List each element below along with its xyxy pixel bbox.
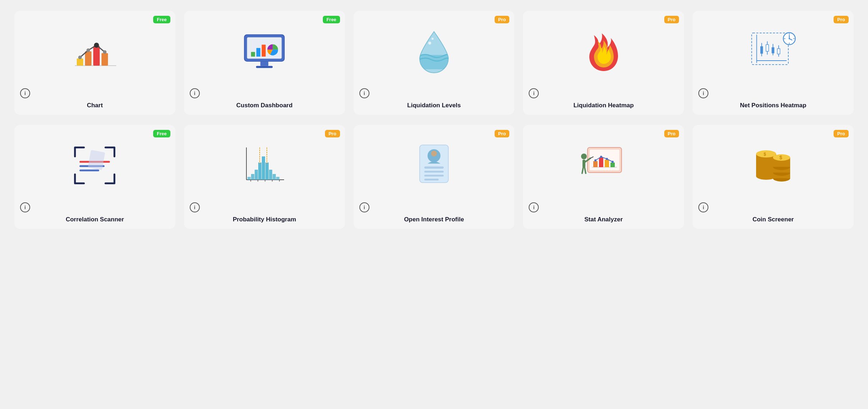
- svg-rect-52: [273, 174, 276, 180]
- badge-pro: Pro: [495, 16, 510, 23]
- svg-point-7: [94, 43, 99, 48]
- card-label: Correlation Scanner: [20, 216, 170, 223]
- svg-rect-2: [85, 51, 91, 66]
- svg-point-82: [600, 156, 602, 158]
- svg-rect-48: [258, 163, 261, 180]
- svg-rect-67: [424, 179, 439, 180]
- svg-point-6: [86, 48, 90, 52]
- icon-area-candleclock: [698, 17, 848, 85]
- svg-point-75: [581, 154, 587, 159]
- card-custom-dashboard[interactable]: Free i Custom Dashboard: [184, 11, 345, 115]
- icon-area-coins: $ $: [698, 131, 848, 199]
- svg-point-5: [78, 56, 82, 59]
- svg-point-84: [612, 161, 614, 163]
- svg-rect-14: [256, 48, 260, 57]
- badge-free: Free: [323, 16, 340, 23]
- icon-area-chart: [20, 17, 170, 85]
- svg-point-18: [428, 42, 431, 44]
- card-liquidation-levels[interactable]: Pro i Liquidation Levels: [354, 11, 515, 115]
- svg-point-83: [606, 158, 608, 160]
- card-open-interest-profile[interactable]: Pro i Open Interest Profile: [354, 125, 515, 229]
- svg-point-8: [103, 50, 107, 54]
- icon-area-histogram: [190, 131, 339, 199]
- card-label: Net Positions Heatmap: [698, 102, 848, 109]
- info-icon[interactable]: i: [359, 202, 369, 212]
- svg-point-19: [431, 38, 434, 40]
- card-label: Custom Dashboard: [190, 102, 339, 109]
- svg-rect-53: [276, 177, 279, 180]
- icon-area-drop: [359, 17, 509, 85]
- badge-pro: Pro: [325, 130, 340, 137]
- card-label: Probability Histogram: [190, 216, 339, 223]
- card-net-positions-heatmap[interactable]: Pro: [693, 11, 854, 115]
- svg-rect-3: [93, 46, 100, 66]
- svg-rect-13: [251, 52, 255, 57]
- info-icon[interactable]: i: [698, 88, 708, 98]
- icon-area-dashboard: [190, 17, 339, 85]
- info-icon[interactable]: i: [359, 88, 369, 98]
- svg-rect-28: [772, 47, 774, 53]
- card-label: Liquidation Levels: [359, 102, 509, 109]
- svg-rect-24: [760, 46, 763, 53]
- svg-rect-72: [599, 158, 603, 167]
- icon-area-analyzer: [529, 131, 678, 199]
- svg-rect-47: [255, 170, 258, 180]
- svg-rect-26: [766, 44, 768, 51]
- svg-rect-12: [256, 66, 273, 68]
- svg-rect-51: [269, 170, 272, 180]
- card-label: Stat Analyzer: [529, 216, 678, 223]
- card-label: Chart: [20, 102, 170, 109]
- svg-rect-4: [102, 53, 108, 66]
- card-coin-screener[interactable]: Pro: [693, 125, 854, 229]
- svg-text:$: $: [764, 152, 766, 157]
- svg-rect-15: [262, 44, 266, 56]
- badge-pro: Pro: [664, 16, 679, 23]
- svg-rect-20: [751, 33, 788, 65]
- badge-pro: Pro: [664, 130, 679, 137]
- svg-rect-49: [262, 156, 265, 180]
- info-icon[interactable]: i: [20, 202, 30, 212]
- badge-pro: Pro: [495, 130, 510, 137]
- card-correlation-scanner[interactable]: Free i Correlation Scanner: [14, 125, 175, 229]
- svg-rect-11: [260, 61, 268, 66]
- card-liquidation-heatmap[interactable]: Pro i Liquidation Heatmap: [523, 11, 684, 115]
- svg-rect-1: [77, 58, 83, 66]
- svg-rect-45: [247, 177, 251, 180]
- badge-free: Free: [153, 16, 170, 23]
- svg-rect-71: [593, 161, 598, 167]
- svg-rect-50: [265, 163, 269, 180]
- svg-rect-66: [424, 175, 444, 177]
- badge-pro: Pro: [834, 130, 849, 137]
- info-icon[interactable]: i: [698, 202, 708, 212]
- card-chart[interactable]: Free i Chart: [14, 11, 175, 115]
- card-label: Open Interest Profile: [359, 216, 509, 223]
- icon-area-profile: [359, 131, 509, 199]
- card-probability-histogram[interactable]: Pro: [184, 125, 345, 229]
- info-icon[interactable]: i: [529, 88, 539, 98]
- icon-area-fire: [529, 17, 678, 85]
- svg-point-93: [756, 150, 776, 158]
- svg-text:$: $: [779, 155, 782, 160]
- info-icon[interactable]: i: [190, 202, 200, 212]
- svg-rect-64: [424, 166, 444, 169]
- svg-line-78: [582, 168, 583, 173]
- svg-rect-42: [88, 150, 105, 170]
- tools-grid: Free i Chart Free: [14, 11, 854, 229]
- badge-free: Free: [153, 130, 170, 137]
- card-label: Coin Screener: [698, 216, 848, 223]
- svg-point-38: [788, 38, 790, 39]
- info-icon[interactable]: i: [20, 88, 30, 98]
- info-icon[interactable]: i: [529, 202, 539, 212]
- card-label: Liquidation Heatmap: [529, 102, 678, 109]
- badge-pro: Pro: [834, 16, 849, 23]
- svg-rect-76: [582, 160, 585, 168]
- card-stat-analyzer[interactable]: Pro: [523, 125, 684, 229]
- svg-point-81: [594, 159, 596, 161]
- svg-rect-30: [777, 49, 780, 54]
- icon-area-scanner: [20, 131, 170, 199]
- info-icon[interactable]: i: [190, 88, 200, 98]
- svg-line-79: [585, 168, 586, 173]
- svg-rect-46: [251, 174, 254, 180]
- svg-rect-74: [610, 163, 615, 167]
- svg-point-63: [431, 151, 437, 156]
